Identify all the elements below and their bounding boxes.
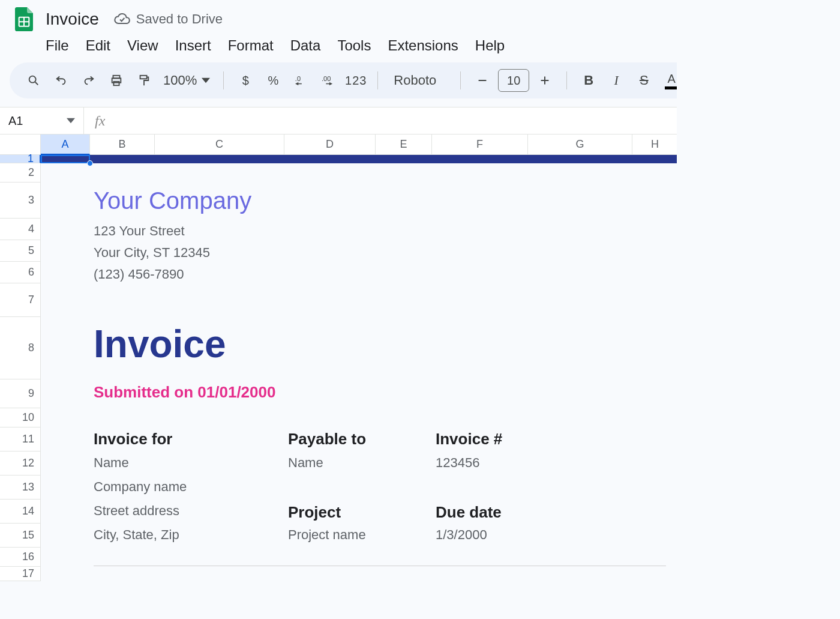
invoice-for-name: Name <box>94 455 288 471</box>
row-header-15[interactable]: 15 <box>0 524 41 548</box>
row-header-16[interactable]: 16 <box>0 548 41 567</box>
payable-to-name: Name <box>288 455 436 471</box>
toolbar-separator <box>223 71 224 89</box>
text-color-label: A <box>668 72 676 86</box>
invoice-for-company: Company name <box>94 479 288 495</box>
more-formats-button[interactable]: 123 <box>344 68 368 92</box>
svg-point-1 <box>29 76 36 83</box>
toolbar-separator <box>566 71 567 89</box>
invoice-title: Invoice <box>94 322 677 366</box>
name-box[interactable]: A1 <box>0 107 84 134</box>
font-family-select[interactable]: Roboto <box>388 73 451 88</box>
row-header-2[interactable]: 2 <box>0 163 41 183</box>
toolbar-separator <box>377 71 378 89</box>
row-header-13[interactable]: 13 <box>0 476 41 500</box>
row-header-10[interactable]: 10 <box>0 408 41 427</box>
row-header-17[interactable]: 17 <box>0 567 41 581</box>
due-date: 1/3/2000 <box>436 527 487 543</box>
chevron-down-icon <box>67 116 75 125</box>
font-size-decrease-button[interactable] <box>470 68 494 92</box>
sheets-logo-icon[interactable] <box>10 5 38 34</box>
print-icon[interactable] <box>104 68 128 92</box>
invoice-for-header: Invoice for <box>94 430 288 448</box>
svg-rect-5 <box>140 76 147 79</box>
invoice-for-street: Street address <box>94 503 288 519</box>
company-street: 123 Your Street <box>94 221 677 241</box>
bold-button[interactable]: B <box>577 68 601 92</box>
svg-text:.0: .0 <box>295 75 301 82</box>
save-status[interactable]: Saved to Drive <box>113 11 223 28</box>
invoice-for-csz: City, State, Zip <box>94 527 288 543</box>
row-headers: 1234567891011121314151617 <box>0 155 41 581</box>
menu-file[interactable]: File <box>46 37 69 54</box>
menu-data[interactable]: Data <box>290 37 321 54</box>
row-header-4[interactable]: 4 <box>0 219 41 240</box>
column-header-E[interactable]: E <box>376 134 432 155</box>
cells-area[interactable]: Your Company123 Your StreetYour City, ST… <box>41 155 677 581</box>
svg-text:.00: .00 <box>322 75 331 82</box>
font-size-increase-button[interactable] <box>533 68 557 92</box>
menu-help[interactable]: Help <box>475 37 505 54</box>
increase-decimal-button[interactable]: .00 <box>316 68 340 92</box>
due-date-header: Due date <box>436 503 502 522</box>
invoice-submitted: Submitted on 01/01/2000 <box>94 383 677 402</box>
selection-fill-handle[interactable] <box>87 160 93 166</box>
font-size-input[interactable]: 10 <box>498 69 529 92</box>
search-icon[interactable] <box>22 68 46 92</box>
redo-icon[interactable] <box>77 68 101 92</box>
select-all-corner[interactable] <box>0 134 41 155</box>
column-header-F[interactable]: F <box>432 134 528 155</box>
company-city: Your City, ST 12345 <box>94 243 677 262</box>
invoice-number-header: Invoice # <box>436 430 502 448</box>
save-status-text: Saved to Drive <box>136 11 223 27</box>
undo-icon[interactable] <box>49 68 73 92</box>
row-header-3[interactable]: 3 <box>0 183 41 219</box>
zoom-select[interactable]: 100% <box>160 73 214 88</box>
row-header-7[interactable]: 7 <box>0 283 41 317</box>
menu-extensions[interactable]: Extensions <box>388 37 458 54</box>
column-header-A[interactable]: A <box>41 134 90 155</box>
row-header-12[interactable]: 12 <box>0 451 41 476</box>
document-title[interactable]: Invoice <box>46 10 99 29</box>
font-family-value: Roboto <box>394 73 436 88</box>
row-header-11[interactable]: 11 <box>0 427 41 451</box>
project-name: Project name <box>288 527 436 543</box>
column-header-C[interactable]: C <box>155 134 284 155</box>
row-header-6[interactable]: 6 <box>0 262 41 283</box>
cloud-saved-icon <box>113 11 130 28</box>
name-box-value: A1 <box>8 114 23 128</box>
currency-format-button[interactable]: $ <box>233 68 257 92</box>
menu-tools[interactable]: Tools <box>337 37 371 54</box>
divider <box>94 566 666 566</box>
invoice-top-bar <box>41 155 677 163</box>
column-header-D[interactable]: D <box>284 134 376 155</box>
company-name: Your Company <box>94 187 677 214</box>
italic-button[interactable]: I <box>604 68 628 92</box>
row-header-8[interactable]: 8 <box>0 317 41 379</box>
column-header-B[interactable]: B <box>90 134 155 155</box>
payable-to-header: Payable to <box>288 430 436 448</box>
company-phone: (123) 456-7890 <box>94 264 677 284</box>
percent-format-button[interactable]: % <box>261 68 285 92</box>
menu-edit[interactable]: Edit <box>86 37 110 54</box>
column-header-G[interactable]: G <box>528 134 632 155</box>
row-header-1[interactable]: 1 <box>0 155 41 163</box>
row-header-9[interactable]: 9 <box>0 379 41 408</box>
invoice-number: 123456 <box>436 455 479 471</box>
decrease-decimal-button[interactable]: .0 <box>289 68 313 92</box>
zoom-value: 100% <box>163 73 197 88</box>
menu-format[interactable]: Format <box>228 37 274 54</box>
row-header-5[interactable]: 5 <box>0 240 41 262</box>
fx-icon: fx <box>84 113 116 129</box>
column-header-H[interactable]: H <box>632 134 678 155</box>
text-color-swatch-icon <box>665 86 678 89</box>
toolbar-separator <box>460 71 461 89</box>
chevron-down-icon <box>202 76 210 85</box>
menu-view[interactable]: View <box>127 37 158 54</box>
menu-insert[interactable]: Insert <box>175 37 211 54</box>
row-header-14[interactable]: 14 <box>0 500 41 524</box>
strikethrough-button[interactable]: S <box>632 68 656 92</box>
paint-format-icon[interactable] <box>132 68 156 92</box>
grid-body: 1234567891011121314151617 Your Company12… <box>0 155 840 581</box>
right-gutter <box>677 0 840 619</box>
